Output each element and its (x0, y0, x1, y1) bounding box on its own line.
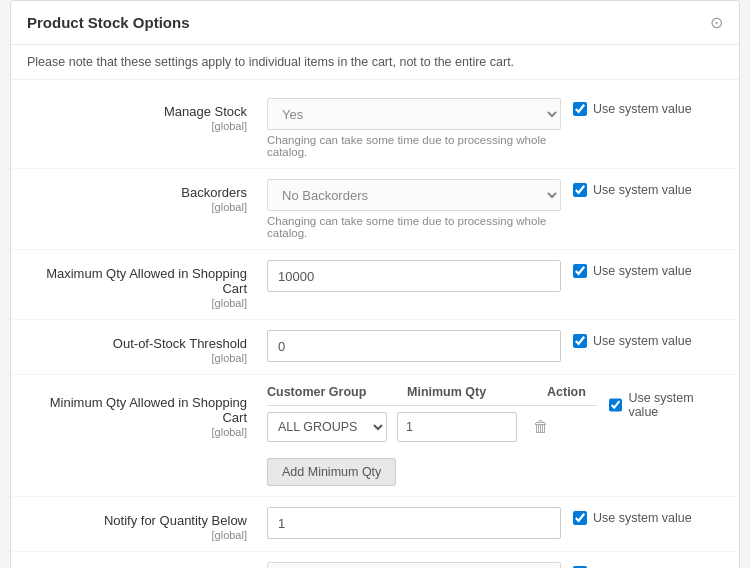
notify-below-input[interactable] (267, 507, 561, 539)
enable-qty-increments-input-col: No (267, 562, 573, 568)
manage-stock-row: Manage Stock [global] Yes Changing can t… (11, 88, 739, 169)
backorders-system-label[interactable]: Use system value (573, 183, 692, 197)
notify-below-label: Notify for Quantity Below (104, 513, 247, 528)
backorders-global: [global] (27, 201, 247, 213)
max-qty-label-col: Maximum Qty Allowed in Shopping Cart [gl… (27, 260, 267, 309)
max-qty-global: [global] (27, 297, 247, 309)
min-qty-table-header: Customer Group Minimum Qty Action (267, 385, 597, 406)
out-of-stock-system-label[interactable]: Use system value (573, 334, 692, 348)
enable-qty-increments-label-col: Enable Qty Increments [global] (27, 562, 267, 568)
add-min-qty-button[interactable]: Add Minimum Qty (267, 458, 396, 486)
collapse-icon[interactable]: ⊙ (710, 13, 723, 32)
manage-stock-system-col: Use system value (573, 98, 723, 116)
notify-below-system-label[interactable]: Use system value (573, 511, 692, 525)
enable-qty-increments-system-col: Use system value (573, 562, 723, 568)
max-qty-system-checkbox[interactable] (573, 264, 587, 278)
min-qty-input-col: Customer Group Minimum Qty Action ALL GR… (267, 385, 609, 486)
notify-below-label-col: Notify for Quantity Below [global] (27, 507, 267, 541)
out-of-stock-row: Out-of-Stock Threshold [global] Use syst… (11, 320, 739, 375)
out-of-stock-input-col (267, 330, 573, 362)
min-qty-system-label[interactable]: Use system value (609, 391, 723, 419)
notify-below-global: [global] (27, 529, 247, 541)
backorders-input-col: No Backorders Changing can take some tim… (267, 179, 573, 239)
backorders-label: Backorders (181, 185, 247, 200)
manage-stock-select[interactable]: Yes (267, 98, 561, 130)
out-of-stock-label-col: Out-of-Stock Threshold [global] (27, 330, 267, 364)
min-qty-col-minqty-header: Minimum Qty (407, 385, 537, 399)
add-min-qty-container: Add Minimum Qty (267, 450, 597, 486)
manage-stock-label: Manage Stock (164, 104, 247, 119)
max-qty-label: Maximum Qty Allowed in Shopping Cart (46, 266, 247, 296)
manage-stock-input-col: Yes Changing can take some time due to p… (267, 98, 573, 158)
manage-stock-global: [global] (27, 120, 247, 132)
max-qty-row: Maximum Qty Allowed in Shopping Cart [gl… (11, 250, 739, 320)
enable-qty-increments-select[interactable]: No (267, 562, 561, 568)
max-qty-input-col (267, 260, 573, 292)
manage-stock-label-col: Manage Stock [global] (27, 98, 267, 132)
max-qty-system-label[interactable]: Use system value (573, 264, 692, 278)
out-of-stock-input[interactable] (267, 330, 561, 362)
out-of-stock-global: [global] (27, 352, 247, 364)
panel-header: Product Stock Options ⊙ (11, 1, 739, 45)
min-qty-group-select[interactable]: ALL GROUPS (267, 412, 387, 442)
backorders-system-checkbox[interactable] (573, 183, 587, 197)
notify-below-system-checkbox[interactable] (573, 511, 587, 525)
min-qty-delete-button[interactable]: 🗑 (527, 416, 555, 438)
backorders-label-col: Backorders [global] (27, 179, 267, 213)
notify-below-row: Notify for Quantity Below [global] Use s… (11, 497, 739, 552)
min-qty-label-col: Minimum Qty Allowed in Shopping Cart [gl… (27, 385, 267, 438)
min-qty-col-group-header: Customer Group (267, 385, 397, 399)
backorders-hint: Changing can take some time due to proce… (267, 215, 561, 239)
backorders-system-col: Use system value (573, 179, 723, 197)
backorders-select[interactable]: No Backorders (267, 179, 561, 211)
manage-stock-system-checkbox[interactable] (573, 102, 587, 116)
min-qty-system-col: Use system value (609, 385, 723, 419)
min-qty-global: [global] (27, 426, 247, 438)
enable-qty-increments-row: Enable Qty Increments [global] No Use sy… (11, 552, 739, 568)
max-qty-input[interactable] (267, 260, 561, 292)
panel-title: Product Stock Options (27, 14, 190, 31)
panel-note: Please note that these settings apply to… (11, 45, 739, 80)
notify-below-system-col: Use system value (573, 507, 723, 525)
out-of-stock-label: Out-of-Stock Threshold (113, 336, 247, 351)
min-qty-table: Customer Group Minimum Qty Action ALL GR… (267, 385, 597, 486)
manage-stock-hint: Changing can take some time due to proce… (267, 134, 561, 158)
min-qty-row: Minimum Qty Allowed in Shopping Cart [gl… (11, 375, 739, 497)
min-qty-label: Minimum Qty Allowed in Shopping Cart (50, 395, 247, 425)
manage-stock-system-label[interactable]: Use system value (573, 102, 692, 116)
min-qty-system-checkbox[interactable] (609, 398, 622, 412)
max-qty-system-col: Use system value (573, 260, 723, 278)
out-of-stock-system-checkbox[interactable] (573, 334, 587, 348)
min-qty-col-action-header: Action (547, 385, 597, 399)
out-of-stock-system-col: Use system value (573, 330, 723, 348)
form-body: Manage Stock [global] Yes Changing can t… (11, 80, 739, 568)
min-qty-qty-input[interactable] (397, 412, 517, 442)
backorders-row: Backorders [global] No Backorders Changi… (11, 169, 739, 250)
product-stock-options-panel: Product Stock Options ⊙ Please note that… (10, 0, 740, 568)
min-qty-data-row: ALL GROUPS 🗑 (267, 412, 597, 442)
notify-below-input-col (267, 507, 573, 539)
